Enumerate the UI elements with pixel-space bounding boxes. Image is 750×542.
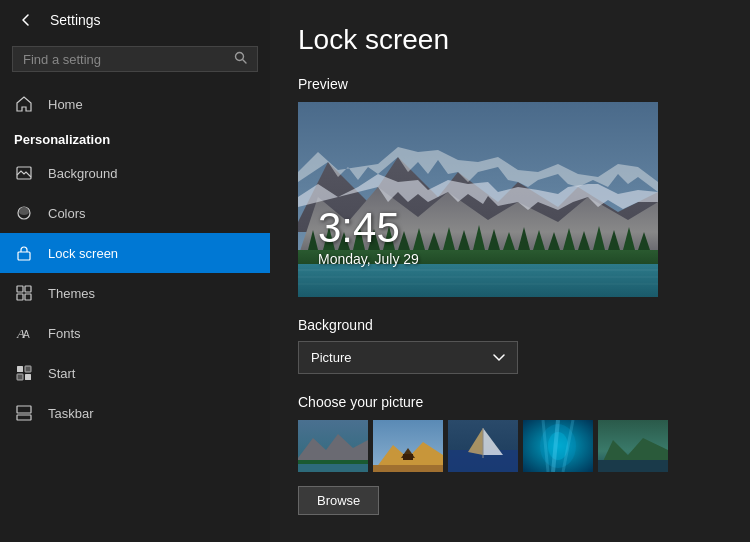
svg-rect-12 bbox=[25, 366, 31, 372]
svg-rect-58 bbox=[403, 454, 413, 460]
sidebar-item-lock-screen[interactable]: Lock screen bbox=[0, 233, 270, 273]
colors-icon bbox=[14, 203, 34, 223]
svg-rect-16 bbox=[17, 406, 31, 413]
svg-rect-8 bbox=[25, 294, 31, 300]
sidebar-item-taskbar[interactable]: Taskbar bbox=[0, 393, 270, 433]
page-title: Lock screen bbox=[298, 24, 722, 56]
svg-rect-7 bbox=[17, 294, 23, 300]
svg-rect-6 bbox=[25, 286, 31, 292]
svg-text:A: A bbox=[23, 329, 30, 340]
picture-thumb-3[interactable] bbox=[448, 420, 518, 472]
svg-rect-46 bbox=[298, 264, 658, 297]
chevron-down-icon bbox=[493, 350, 505, 365]
svg-rect-14 bbox=[25, 374, 31, 380]
sidebar-item-themes[interactable]: Themes bbox=[0, 273, 270, 313]
section-label: Personalization bbox=[0, 124, 270, 153]
browse-button[interactable]: Browse bbox=[298, 486, 379, 515]
sidebar-item-fonts[interactable]: A A Fonts bbox=[0, 313, 270, 353]
svg-rect-13 bbox=[17, 374, 23, 380]
preview-label: Preview bbox=[298, 76, 722, 92]
taskbar-icon bbox=[14, 403, 34, 423]
picture-thumb-2[interactable] bbox=[373, 420, 443, 472]
sidebar-item-start[interactable]: Start bbox=[0, 353, 270, 393]
fonts-icon: A A bbox=[14, 323, 34, 343]
sidebar: Settings Home Personalization Background bbox=[0, 0, 270, 542]
svg-rect-15 bbox=[17, 415, 31, 420]
preview-image: 3:45 Monday, July 29 bbox=[298, 102, 658, 297]
sidebar-item-home[interactable]: Home bbox=[0, 84, 270, 124]
picture-thumb-4[interactable] bbox=[523, 420, 593, 472]
taskbar-nav-label: Taskbar bbox=[48, 406, 94, 421]
picture-row bbox=[298, 420, 722, 472]
preview-date: Monday, July 29 bbox=[318, 251, 419, 267]
picture-thumb-5[interactable] bbox=[598, 420, 668, 472]
back-button[interactable] bbox=[12, 6, 40, 34]
search-box[interactable] bbox=[12, 46, 258, 72]
colors-nav-label: Colors bbox=[48, 206, 86, 221]
dropdown-value: Picture bbox=[311, 350, 351, 365]
fonts-nav-label: Fonts bbox=[48, 326, 81, 341]
svg-rect-4 bbox=[18, 252, 30, 260]
svg-marker-56 bbox=[373, 465, 443, 472]
search-input[interactable] bbox=[23, 52, 226, 67]
svg-rect-5 bbox=[17, 286, 23, 292]
picture-thumb-1[interactable] bbox=[298, 420, 368, 472]
sidebar-header: Settings bbox=[0, 0, 270, 40]
home-label: Home bbox=[48, 97, 83, 112]
background-setting-label: Background bbox=[298, 317, 722, 333]
svg-line-1 bbox=[243, 60, 246, 63]
svg-rect-11 bbox=[17, 366, 23, 372]
themes-icon bbox=[14, 283, 34, 303]
background-dropdown[interactable]: Picture bbox=[298, 341, 518, 374]
sidebar-item-colors[interactable]: Colors bbox=[0, 193, 270, 233]
start-nav-label: Start bbox=[48, 366, 75, 381]
home-icon bbox=[14, 94, 34, 114]
sidebar-item-background[interactable]: Background bbox=[0, 153, 270, 193]
preview-overlay: 3:45 Monday, July 29 bbox=[318, 207, 419, 267]
svg-rect-72 bbox=[598, 460, 668, 472]
preview-time: 3:45 bbox=[318, 207, 419, 249]
lock-screen-nav-label: Lock screen bbox=[48, 246, 118, 261]
main-content: Lock screen Preview bbox=[270, 0, 750, 542]
svg-rect-53 bbox=[298, 464, 368, 472]
background-nav-label: Background bbox=[48, 166, 117, 181]
background-icon bbox=[14, 163, 34, 183]
search-icon bbox=[234, 51, 247, 67]
choose-picture-label: Choose your picture bbox=[298, 394, 722, 410]
app-title: Settings bbox=[50, 12, 101, 28]
lock-screen-icon bbox=[14, 243, 34, 263]
themes-nav-label: Themes bbox=[48, 286, 95, 301]
svg-point-0 bbox=[236, 53, 244, 61]
start-icon bbox=[14, 363, 34, 383]
